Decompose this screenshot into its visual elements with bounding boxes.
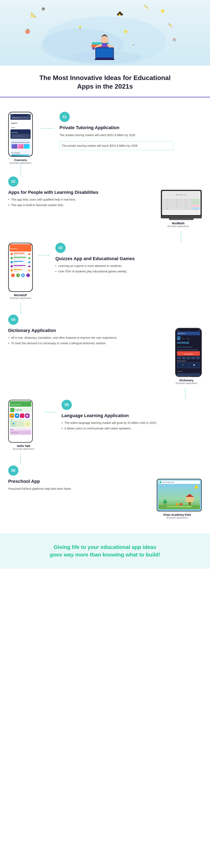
svg-point-13: [101, 36, 108, 43]
badge-05: 05: [61, 400, 72, 410]
section-05-content: 05 Language Learning Application The onl…: [61, 400, 202, 432]
svg-marker-22: [117, 11, 123, 14]
hellotalk-app-name: Hello Talk: [13, 444, 34, 447]
badge-02: 02: [8, 177, 19, 187]
section-05-item-1: The online language learning market will…: [61, 421, 202, 425]
ht-icon-row: 🌍 💬 🎵 📝: [10, 413, 31, 418]
section-05-title: Language Learning Application: [61, 413, 202, 418]
section-01-desc: The private tutoring market will reach $…: [59, 133, 202, 137]
section-06-text: Preschool App Preschool EdTech platforms…: [8, 479, 147, 493]
exercise-dot-3: [11, 261, 13, 263]
explore-label: Explore: [11, 122, 17, 124]
coursera-card3: Earn Your Degree: [11, 152, 20, 154]
section-06-desc: Preschool EdTech platforms help kids lea…: [8, 487, 147, 491]
ht-icon-2: 💬: [15, 413, 19, 418]
connector-05: [45, 400, 55, 412]
section-05: 9:41 Learning Content H HelloWords Langu…: [8, 400, 202, 450]
topics-label: Topics: [11, 127, 15, 128]
connector-down-05: [8, 454, 202, 464]
section-04-title: Dictionary Application: [8, 328, 165, 333]
section-04-item-1: All in one: dictionary, translation, and…: [8, 336, 165, 340]
svg-text:📐: 📐: [31, 12, 37, 18]
dictionary-phone-container: 9:41 ●●● dictionary.com Dict: [171, 328, 202, 384]
coursera-phone-container: 9:41 ●●● Search Catalog Explore: [8, 112, 33, 164]
khan-tablet: Khan Academy Kids: [157, 479, 202, 512]
badge-06: 06: [8, 465, 19, 476]
svg-text:✏️: ✏️: [168, 23, 173, 28]
connector-down-03: [8, 303, 202, 314]
hellotalk-brand: HelloWords: [15, 409, 22, 410]
modmath-app-name: ModMath: [167, 222, 189, 225]
exercise-item-3: Math -1 →: [10, 260, 31, 264]
section-04-text: Dictionary Application All in one: dicti…: [8, 328, 165, 347]
cta-title: Giving life to your educational app idea…: [17, 544, 193, 558]
section-02-item-2: This app is build to fascinate autistic …: [8, 203, 149, 207]
connector-down-01: [8, 165, 202, 176]
khan-app-sub: (Example application): [163, 516, 191, 519]
section-03-content: 03 Quizzes App and Educational Games Lea…: [55, 243, 202, 275]
coursera-screen: 9:41 ●●● Search Catalog Explore: [9, 112, 32, 156]
cta-line2: goes way more than knowing what to build…: [50, 552, 160, 558]
svg-text:🎓: 🎓: [41, 7, 46, 11]
dict-def-label: SEE DEFINITIONS & EXAMPLES: [177, 346, 192, 348]
coursera-app-name: Coursera: [10, 158, 31, 162]
mentalup-app-sub: (Example application): [10, 297, 31, 299]
mentalup-phone: ● Exercises Speed & Accuracy -1 →: [8, 243, 33, 292]
coursera-phone: 9:41 ●●● Search Catalog Explore: [8, 112, 33, 157]
dict-word: serotinal: [177, 341, 200, 344]
khan-label: Khan Academy Kids (Example application): [163, 513, 191, 519]
ht-words-label: Words: [10, 429, 31, 430]
svg-text:⭐: ⭐: [123, 29, 128, 34]
khan-screen: Khan Academy Kids: [157, 479, 201, 511]
dictionary-label: Dictionary (Example application): [176, 379, 197, 384]
section-01-desc-inner: The private tutoring market will reach $…: [62, 144, 171, 148]
section-02-list: This app links users with qualified help…: [8, 197, 149, 207]
connector-01: [41, 112, 53, 128]
modmath-keypad: 7 8 9 ÷ 4 5 6 × 1 2 3 -: [163, 199, 200, 210]
svg-text:📏: 📏: [143, 4, 149, 9]
mentalup-label: MentalUP (Example application): [10, 293, 31, 299]
svg-text:🍎: 🍎: [25, 28, 30, 34]
khan-app-name: Khan Academy Kids: [163, 513, 191, 516]
svg-rect-16: [96, 48, 113, 58]
modmath-screen: Math Problem Area 7 8 9 ÷ 4 5 6 ×: [161, 190, 202, 216]
hellotalk-header: Learning Content: [10, 403, 31, 407]
section-02-item-1: This app links users with qualified help…: [8, 197, 149, 202]
exercise-item-5: Memory -1 →: [10, 269, 31, 272]
dict-def-text: adj. relating to or occurring in the lat…: [177, 349, 200, 350]
hero-section: 📐 ⭐ ✏️ 🍎 📚 🎓 📏 ⭐ 💡 📊: [0, 0, 210, 65]
connector-down-02: [8, 231, 202, 242]
section-03-title: Quizzes App and Educational Games: [55, 256, 202, 261]
badge-01: 01: [59, 112, 70, 122]
hellotalk-phone-container: 9:41 Learning Content H HelloWords Langu…: [8, 400, 39, 450]
svg-rect-17: [95, 59, 114, 60]
section-01-content: 01 Private Tutoring Application The priv…: [59, 112, 202, 150]
cta-line1: Giving life to your educational app idea…: [54, 544, 156, 550]
khan-title: Khan Academy Kids: [162, 482, 174, 483]
modmath-label: ModMath (Example application): [167, 222, 189, 227]
dict-header: dictionary.com: [177, 332, 200, 335]
coursera-app-sub: (Example application): [10, 162, 31, 164]
dict-site-label: dictionary.com: [178, 333, 185, 334]
hellotalk-app-sub: (Example application): [13, 447, 34, 450]
dictionary-app-sub: (Example application): [176, 382, 197, 384]
section-05-item-2: It allows users to communicate with nati…: [61, 426, 202, 431]
modmath-laptop-container: Math Problem Area 7 8 9 ÷ 4 5 6 ×: [155, 190, 202, 227]
mentalup-header: Exercises: [10, 246, 31, 251]
svg-text:💡: 💡: [78, 26, 82, 29]
mentalup-phone-container: ● Exercises Speed & Accuracy -1 →: [8, 243, 33, 299]
coursera-card2: Get Started with These Free Courses: [11, 142, 29, 143]
svg-text:📊: 📊: [131, 42, 135, 46]
svg-text:⭐: ⭐: [160, 8, 165, 13]
section-03-item-2: Over 55% of students play educational ga…: [55, 269, 202, 274]
section-02-title: Apps for People with Learning Disabiliti…: [8, 190, 149, 195]
hellotalk-phone: 9:41 Learning Content H HelloWords Langu…: [8, 400, 33, 443]
exercise-item-2: Attention & Conc... -1 →: [10, 256, 31, 260]
khan-header: Khan Academy Kids: [159, 480, 200, 484]
ht-icon-3: 🎵: [20, 413, 24, 418]
section-01: 9:41 ●●● Search Catalog Explore: [8, 112, 202, 164]
section-06-title: Preschool App: [8, 479, 147, 484]
section-04-list: All in one: dictionary, translation, and…: [8, 336, 165, 345]
exercise-dot-4: [11, 265, 13, 267]
svg-rect-23: [120, 11, 120, 14]
